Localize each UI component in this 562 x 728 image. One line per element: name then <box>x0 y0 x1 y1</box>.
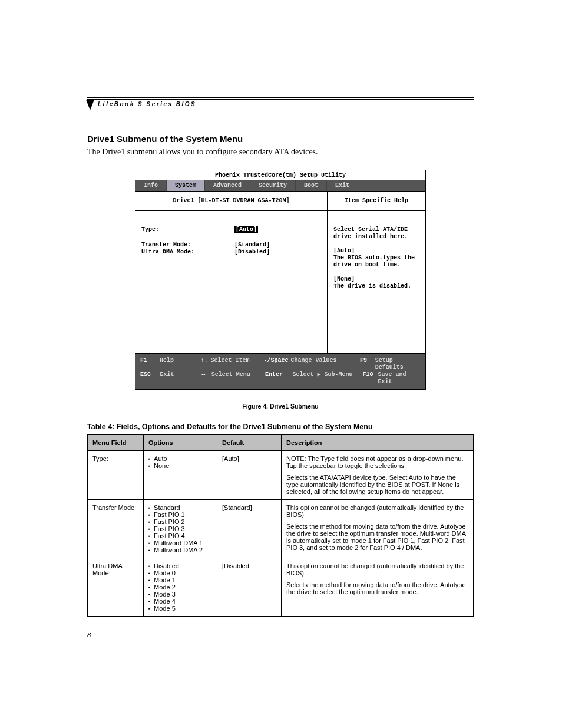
list-item: Mode 2 <box>148 584 212 591</box>
bios-footer: F1 Help ↑↓ Select Item -/Space Change Va… <box>135 353 425 389</box>
footer-label-exit: Exit <box>160 371 201 386</box>
cell-description: NOTE: The Type field does not appear as … <box>282 451 474 500</box>
bios-help-line: drive on boot time. <box>333 262 419 269</box>
table-row: Ultra DMA Mode:DisabledMode 0Mode 1Mode … <box>88 558 474 617</box>
bios-tab-boot[interactable]: Boot <box>296 180 327 191</box>
bios-screenshot: Phoenix TrustedCore(tm) Setup Utility In… <box>135 170 426 390</box>
footer-label-setupdefaults: Setup Defaults <box>375 357 421 371</box>
footer-key-f9: F9 <box>360 357 375 371</box>
list-item: Standard <box>148 504 212 511</box>
bios-field-row[interactable]: Type:[Auto] <box>141 226 321 233</box>
th-options: Options <box>144 435 217 451</box>
bios-field-label: Type: <box>141 226 234 233</box>
bios-field-value[interactable]: [Auto] <box>234 226 258 233</box>
cell-description: This option cannot be changed (automatic… <box>282 558 474 617</box>
footer-label-selectitem: Select Item <box>210 357 263 371</box>
list-item: Mode 5 <box>148 605 212 612</box>
bios-help-line <box>333 241 419 248</box>
cell-options: DisabledMode 0Mode 1Mode 2Mode 3Mode 4Mo… <box>144 558 217 617</box>
cell-options: AutoNone <box>144 451 217 500</box>
bios-help-line <box>333 269 419 276</box>
list-item: Multiword DMA 2 <box>148 546 212 554</box>
bios-main-panel: Drive1 [HL-DT-ST DVDRAM GSA-T20M] Type:[… <box>135 192 328 353</box>
bios-field-value[interactable]: [Disabled] <box>234 249 270 256</box>
footer-key-space: -/Space <box>264 357 291 371</box>
description-paragraph: Selects the ATA/ATAPI device type. Selec… <box>286 474 468 495</box>
list-item: Multiword DMA 1 <box>148 539 212 546</box>
bios-field-value[interactable]: [Standard] <box>234 242 270 249</box>
bios-field-label: Ultra DMA Mode: <box>141 249 234 256</box>
section-title: Drive1 Submenu of the System Menu <box>87 134 474 144</box>
cell-default: [Disabled] <box>217 558 282 617</box>
bios-tab-advanced[interactable]: Advanced <box>205 180 250 191</box>
footer-key-enter: Enter <box>265 371 292 386</box>
footer-label-saveexit: Save and Exit <box>378 371 421 386</box>
bios-tab-bar: InfoSystemAdvancedSecurityBootExit <box>135 180 425 192</box>
list-item: None <box>148 462 212 469</box>
footer-label-help: Help <box>160 357 201 371</box>
cell-default: [Auto] <box>217 451 282 500</box>
list-item: Auto <box>148 455 212 462</box>
list-item: Fast PIO 4 <box>148 532 212 539</box>
bios-help-line: The drive is disabled. <box>333 283 419 290</box>
table-caption: Table 4: Fields, Options and Defaults fo… <box>87 423 474 431</box>
footer-key-f1: F1 <box>140 357 160 371</box>
bios-help-line: [None] <box>333 276 419 283</box>
list-item: Fast PIO 3 <box>148 525 212 532</box>
th-description: Description <box>282 435 474 451</box>
footer-label-changevalues: Change Values <box>290 357 360 371</box>
bios-tab-info[interactable]: Info <box>135 180 167 191</box>
list-item: Mode 1 <box>148 577 212 584</box>
bios-tab-security[interactable]: Security <box>250 180 296 191</box>
footer-key-updown: ↑↓ <box>201 357 211 371</box>
bios-submenu-header: Drive1 [HL-DT-ST DVDRAM GSA-T20M] <box>135 192 327 211</box>
cell-description: This option cannot be changed (automatic… <box>282 500 474 558</box>
options-table: Menu Field Options Default Description T… <box>87 434 474 617</box>
description-paragraph: This option cannot be changed (automatic… <box>286 562 468 577</box>
footer-key-f10: F10 <box>362 371 378 386</box>
bios-field-label: Transfer Mode: <box>141 242 234 249</box>
list-item: Disabled <box>148 562 212 569</box>
footer-key-leftright: ↔ <box>201 371 211 386</box>
bios-title: Phoenix TrustedCore(tm) Setup Utility <box>135 170 425 180</box>
bios-field-row[interactable]: Transfer Mode:[Standard] <box>141 242 321 249</box>
cell-menufield: Type: <box>88 451 144 500</box>
list-item: Mode 0 <box>148 569 212 577</box>
table-row: Transfer Mode:StandardFast PIO 1Fast PIO… <box>88 500 474 558</box>
cell-default: [Standard] <box>217 500 282 558</box>
footer-label-selectmenu: Select Menu <box>211 371 265 386</box>
bios-help-line: drive installed here. <box>333 233 419 241</box>
list-item: Mode 4 <box>148 598 212 605</box>
cell-menufield: Transfer Mode: <box>88 500 144 558</box>
bios-tab-system[interactable]: System <box>167 180 205 191</box>
bios-help-line: The BIOS auto-types the <box>333 255 419 262</box>
cell-options: StandardFast PIO 1Fast PIO 2Fast PIO 3Fa… <box>144 500 217 558</box>
description-paragraph: NOTE: The Type field does not appear as … <box>286 455 468 469</box>
section-intro: The Drive1 submenu allows you to configu… <box>87 147 474 157</box>
bios-help-line: [Auto] <box>333 248 419 255</box>
list-item: Mode 3 <box>148 591 212 598</box>
bios-help-line: Select Serial ATA/IDE <box>333 226 419 233</box>
page-header-rule: LifeBook S Series BIOS <box>87 97 474 111</box>
bios-field-row[interactable]: Ultra DMA Mode:[Disabled] <box>141 249 321 256</box>
table-row: Type:AutoNone[Auto]NOTE: The Type field … <box>88 451 474 500</box>
description-paragraph: Selects the method for moving data to/fr… <box>286 523 468 551</box>
cell-menufield: Ultra DMA Mode: <box>88 558 144 617</box>
bios-tab-exit[interactable]: Exit <box>327 180 358 191</box>
description-paragraph: Selects the method for moving data to/fr… <box>286 581 468 595</box>
footer-label-submenu: Select ▶ Sub-Menu <box>292 371 362 386</box>
list-item: Fast PIO 2 <box>148 518 212 525</box>
figure-caption: Figure 4. Drive1 Submenu <box>87 403 474 410</box>
page-number: 8 <box>87 631 91 640</box>
bios-help-title: Item Specific Help <box>328 192 425 211</box>
th-menufield: Menu Field <box>88 435 144 451</box>
bios-help-panel: Item Specific Help Select Serial ATA/IDE… <box>328 192 425 353</box>
th-default: Default <box>217 435 282 451</box>
description-paragraph: This option cannot be changed (automatic… <box>286 504 468 518</box>
footer-key-esc: ESC <box>140 371 160 386</box>
header-triangle-icon <box>86 100 94 110</box>
list-item: Fast PIO 1 <box>148 511 212 518</box>
